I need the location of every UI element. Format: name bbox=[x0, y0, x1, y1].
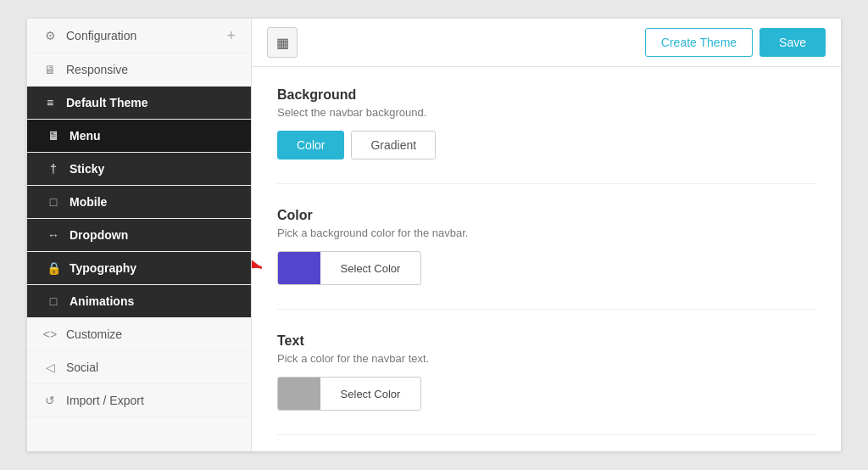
color-desc: Pick a background color for the navbar. bbox=[277, 227, 815, 239]
add-icon[interactable]: + bbox=[226, 28, 236, 43]
sidebar: ⚙ Configuration + 🖥 Responsive ≡ Default… bbox=[27, 19, 252, 451]
toolbar-right: Create Theme Save bbox=[645, 28, 826, 57]
background-title: Background bbox=[277, 87, 815, 103]
text-desc: Pick a color for the navbar text. bbox=[277, 352, 815, 365]
color-controls: Select Color bbox=[277, 251, 815, 285]
content-area: Background Select the navbar background.… bbox=[252, 67, 841, 451]
annotation-arrow bbox=[252, 251, 269, 285]
sidebar-item-configuration[interactable]: ⚙ Configuration + bbox=[27, 19, 251, 53]
monitor-icon-menu: 🖥 bbox=[46, 129, 61, 143]
typography-icon: 🔒 bbox=[46, 261, 61, 275]
sidebar-item-label: Menu bbox=[70, 129, 101, 143]
dropdown-icon: ↔ bbox=[46, 228, 61, 242]
background-desc: Select the navbar background. bbox=[277, 106, 815, 119]
color-tab-button[interactable]: Color bbox=[277, 131, 344, 159]
social-icon: ◁ bbox=[42, 361, 58, 374]
sidebar-item-menu[interactable]: 🖥 Menu bbox=[27, 120, 251, 153]
sidebar-item-label: Sticky bbox=[70, 162, 104, 176]
sidebar-item-mobile[interactable]: □ Mobile bbox=[27, 186, 251, 219]
color-select-label: Select Color bbox=[320, 255, 420, 282]
sidebar-item-sticky[interactable]: † Sticky bbox=[27, 153, 251, 186]
sidebar-item-dropdown[interactable]: ↔ Dropdown bbox=[27, 219, 251, 252]
gradient-tab-button[interactable]: Gradient bbox=[351, 131, 436, 159]
sidebar-item-animations[interactable]: □ Animations bbox=[27, 285, 251, 318]
grid-icon-button[interactable]: ▦ bbox=[267, 27, 298, 58]
text-color-select-label: Select Color bbox=[320, 381, 420, 407]
sidebar-item-label: Default Theme bbox=[66, 96, 147, 109]
sidebar-item-import-export[interactable]: ↺ Import / Export bbox=[27, 384, 251, 417]
text-controls: Select Color bbox=[277, 377, 815, 411]
create-theme-button[interactable]: Create Theme bbox=[645, 28, 753, 57]
refresh-icon: ↺ bbox=[42, 394, 58, 407]
sidebar-item-default-theme[interactable]: ≡ Default Theme bbox=[27, 87, 251, 120]
background-controls: Color Gradient bbox=[277, 131, 815, 159]
sidebar-item-social[interactable]: ◁ Social bbox=[27, 351, 251, 384]
sidebar-item-label: Responsive bbox=[66, 63, 128, 76]
sticky-icon: † bbox=[46, 162, 61, 176]
code-icon: <> bbox=[42, 327, 58, 341]
sidebar-item-customize[interactable]: <> Customize bbox=[27, 318, 251, 351]
menu-icon: ≡ bbox=[42, 96, 58, 109]
sidebar-item-label: Typography bbox=[70, 261, 136, 275]
mobile-icon: □ bbox=[46, 195, 61, 209]
background-section: Background Select the navbar background.… bbox=[277, 87, 815, 184]
sidebar-item-label: Import / Export bbox=[66, 394, 144, 407]
main-content: ▦ Create Theme Save Background Select th… bbox=[252, 19, 841, 451]
text-title: Text bbox=[277, 333, 815, 349]
color-select-button[interactable]: Select Color bbox=[277, 251, 421, 285]
sidebar-item-typography[interactable]: 🔒 Typography bbox=[27, 252, 251, 285]
sidebar-item-responsive[interactable]: 🖥 Responsive bbox=[27, 53, 251, 87]
sidebar-item-label: Configuration bbox=[66, 29, 136, 42]
sidebar-item-label: Social bbox=[66, 361, 98, 374]
sidebar-item-label: Animations bbox=[70, 294, 134, 308]
gear-icon: ⚙ bbox=[42, 29, 58, 42]
sidebar-item-label: Mobile bbox=[70, 195, 107, 209]
toolbar: ▦ Create Theme Save bbox=[252, 19, 841, 67]
color-section: Color Pick a background color for the na… bbox=[277, 208, 815, 310]
grid-icon: ▦ bbox=[276, 35, 289, 51]
color-swatch-purple bbox=[278, 252, 320, 284]
color-title: Color bbox=[277, 208, 815, 223]
save-button[interactable]: Save bbox=[760, 28, 826, 57]
app-container: ⚙ Configuration + 🖥 Responsive ≡ Default… bbox=[27, 19, 841, 451]
animations-icon: □ bbox=[46, 294, 61, 308]
sidebar-item-label: Customize bbox=[66, 327, 122, 341]
color-swatch-gray bbox=[278, 378, 320, 410]
text-section: Text Pick a color for the navbar text. S… bbox=[277, 333, 815, 435]
text-color-select-button[interactable]: Select Color bbox=[277, 377, 421, 411]
toolbar-left: ▦ bbox=[267, 27, 298, 58]
sidebar-item-label: Dropdown bbox=[70, 228, 128, 242]
monitor-icon: 🖥 bbox=[42, 63, 58, 76]
